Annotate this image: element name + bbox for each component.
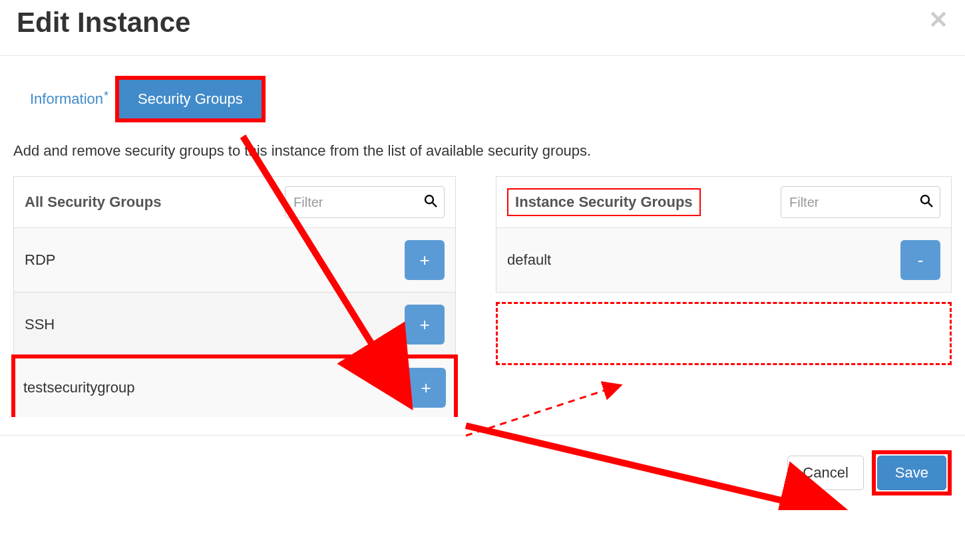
- edit-instance-modal: Edit Instance ✕ Information* Security Gr…: [0, 0, 965, 510]
- group-name: default: [507, 251, 551, 269]
- svg-line-3: [928, 203, 932, 207]
- highlight-box: Security Groups: [115, 76, 266, 122]
- modal-title: Edit Instance: [17, 7, 948, 39]
- all-security-groups-panel: All Security Groups RDP + SSH +: [13, 176, 456, 415]
- group-name: RDP: [25, 251, 55, 269]
- modal-header: Edit Instance ✕: [0, 0, 965, 56]
- panel-title: Instance Security Groups: [507, 188, 701, 216]
- cancel-button[interactable]: Cancel: [787, 456, 863, 490]
- add-button[interactable]: +: [406, 368, 446, 408]
- panel-header: All Security Groups: [14, 177, 455, 228]
- svg-line-1: [433, 203, 437, 207]
- tab-information[interactable]: Information*: [30, 84, 108, 114]
- description-text: Add and remove security groups to this i…: [13, 142, 952, 160]
- filter-box[interactable]: [285, 186, 445, 218]
- modal-footer: Cancel Save: [0, 435, 965, 510]
- group-name: testsecuritygroup: [23, 379, 135, 396]
- highlight-box: Save: [872, 450, 952, 495]
- svg-point-2: [921, 196, 929, 204]
- filter-box[interactable]: [781, 186, 940, 218]
- svg-point-0: [425, 196, 433, 204]
- modal-body: Information* Security Groups Add and rem…: [0, 56, 965, 435]
- panel-header: Instance Security Groups: [496, 177, 951, 228]
- add-button[interactable]: +: [405, 305, 445, 345]
- panel-title: All Security Groups: [25, 194, 161, 211]
- close-icon[interactable]: ✕: [928, 8, 948, 32]
- tab-security-groups[interactable]: Security Groups: [119, 80, 262, 118]
- list-item-highlighted: testsecuritygroup +: [11, 354, 458, 417]
- group-name: SSH: [25, 316, 55, 333]
- search-icon[interactable]: [920, 194, 933, 211]
- remove-button[interactable]: -: [900, 240, 940, 280]
- tab-information-label: Information: [30, 90, 103, 107]
- list-item: default -: [496, 228, 951, 292]
- search-icon[interactable]: [424, 194, 437, 211]
- tab-bar: Information* Security Groups: [30, 76, 952, 122]
- filter-input[interactable]: [292, 194, 419, 211]
- filter-input[interactable]: [788, 194, 914, 211]
- list-item: RDP +: [14, 228, 455, 293]
- add-button[interactable]: +: [405, 240, 445, 280]
- instance-security-groups-panel: Instance Security Groups default -: [496, 176, 952, 293]
- save-button[interactable]: Save: [877, 456, 946, 490]
- drop-target-placeholder: [496, 302, 952, 365]
- required-asterisk: *: [104, 89, 108, 102]
- list-item: SSH +: [14, 293, 455, 357]
- panels-row: All Security Groups RDP + SSH +: [13, 176, 952, 415]
- right-column: Instance Security Groups default -: [496, 176, 952, 365]
